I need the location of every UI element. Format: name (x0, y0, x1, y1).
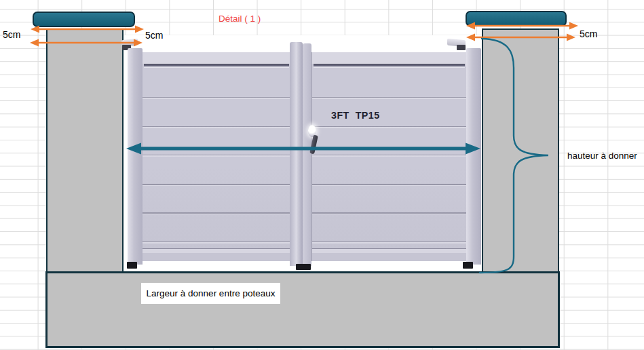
left-inner-5cm-label: 5cm (145, 31, 163, 41)
gate-width-arrow (126, 143, 480, 155)
left-outer-5cm-label: 5cm (3, 30, 20, 40)
dimension-overlay (0, 0, 644, 350)
right-5cm-label: 5cm (580, 29, 597, 39)
gate-model-label: 3FT TP15 (331, 110, 380, 121)
height-brace (480, 39, 548, 273)
height-label: hauteur à donner (567, 151, 637, 161)
left-cap-arrow-top (31, 26, 144, 33)
left-cap-arrow-bottom (30, 39, 143, 47)
width-label-box: Largeur à donner entre poteaux (141, 283, 280, 304)
spreadsheet-canvas: Détail ( 1 ) 5cm 5cm 5cm 3FT TP15 hauteu… (0, 0, 644, 350)
right-cap-arrow-bottom (466, 34, 575, 41)
detail-title: Détail ( 1 ) (219, 14, 261, 24)
width-label-text: Largeur à donner entre poteaux (147, 288, 276, 298)
right-cap-arrow-top (466, 22, 578, 30)
